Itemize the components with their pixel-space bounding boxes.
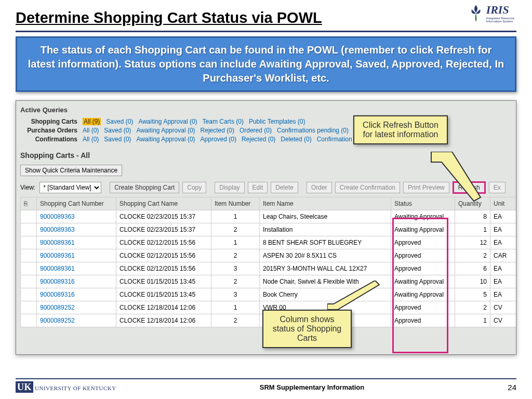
table-cell: EA (490, 288, 517, 301)
table-cell: 2 (455, 301, 490, 314)
po-all[interactable]: All (0) (83, 127, 99, 134)
cart-number-link[interactable]: 9000089316 (37, 275, 116, 288)
table-cell: Awaiting Approval (391, 223, 455, 236)
cart-number-link[interactable]: 9000089316 (37, 288, 116, 301)
create-shopping-cart-button[interactable]: Create Shopping Cart (110, 182, 179, 193)
footer-rule (16, 378, 516, 379)
table-row[interactable]: 9000089361CLOCKE 02/12/2015 15:5632015RY… (21, 262, 517, 275)
order-button[interactable]: Order (307, 182, 332, 193)
table-cell: 1 (211, 301, 260, 314)
create-confirmation-button[interactable]: Create Confirmation (335, 182, 400, 193)
table-cell: Awaiting Approval (391, 210, 455, 223)
title-rule (16, 31, 516, 32)
table-cell: EA (490, 210, 517, 223)
table-cell: 2 (211, 314, 260, 327)
cart-number-link[interactable]: 9000089361 (37, 262, 116, 275)
view-select[interactable]: * [Standard View] (39, 182, 101, 193)
table-cell: 1 (455, 314, 490, 327)
cart-number-link[interactable]: 9000089363 (37, 210, 116, 223)
table-cell: CLOCKE 02/23/2015 15:37 (116, 223, 211, 236)
table-cell: EA (490, 236, 517, 249)
column-header[interactable]: Item Number (211, 197, 260, 210)
column-header[interactable]: Unit (490, 197, 517, 210)
edit-button[interactable]: Edit (248, 182, 268, 193)
table-cell (21, 288, 37, 301)
cf-awaiting[interactable]: Awaiting Approval (0) (136, 136, 195, 143)
column-header[interactable]: Item Name (260, 197, 391, 210)
table-cell: CAR (490, 249, 517, 262)
iris-logo: IRIS Integrated ResourceInformation Syst… (469, 3, 514, 23)
po-rejected[interactable]: Rejected (0) (201, 127, 234, 134)
table-cell: 1 (455, 223, 490, 236)
tab-label: Confirmations (20, 136, 77, 143)
column-header[interactable]: Shopping Cart Number (37, 197, 116, 210)
logo-subtitle: Integrated ResourceInformation System (486, 17, 514, 23)
cart-number-link[interactable]: 9000089361 (37, 236, 116, 249)
column-header[interactable]: ⎘ (21, 197, 37, 210)
tab-awaiting[interactable]: Awaiting Approval (0) (138, 118, 197, 125)
table-cell: EA (490, 275, 517, 288)
cf-saved[interactable]: Saved (0) (104, 136, 131, 143)
table-cell: CLOCKE 01/15/2015 13:45 (116, 288, 211, 301)
copy-button[interactable]: Copy (182, 182, 206, 193)
table-row[interactable]: 9000089316CLOCKE 01/15/2015 13:453Book C… (21, 288, 517, 301)
cf-deleted[interactable]: Deleted (0) (281, 136, 311, 143)
table-cell: Approved (391, 314, 455, 327)
table-cell: EA (490, 223, 517, 236)
table-cell: CV (490, 301, 517, 314)
table-cell: 1 (211, 210, 260, 223)
quick-criteria-button[interactable]: Show Quick Criteria Maintenance (20, 165, 122, 176)
refresh-callout: Click Refresh Button for latest informat… (353, 115, 448, 144)
cf-approved[interactable]: Approved (0) (201, 136, 236, 143)
table-cell (21, 262, 37, 275)
shopping-carts-table: ⎘Shopping Cart NumberShopping Cart NameI… (20, 197, 516, 327)
po-saved[interactable]: Saved (0) (104, 127, 131, 134)
column-header[interactable]: Shopping Cart Name (116, 197, 211, 210)
logo-brand: IRIS (486, 3, 514, 17)
table-cell: 3 (211, 288, 260, 301)
po-confirm-pending[interactable]: Confirmations pending (0) (277, 127, 349, 134)
table-row[interactable]: 9000089361CLOCKE 02/12/2015 15:562ASPEN … (21, 249, 517, 262)
table-cell: CLOCKE 12/18/2014 12:06 (116, 301, 211, 314)
display-button[interactable]: Display (215, 182, 244, 193)
refresh-callout-arrow-icon (426, 152, 488, 204)
flower-icon (469, 4, 483, 22)
table-cell (21, 301, 37, 314)
table-cell (21, 223, 37, 236)
table-cell: CV (490, 314, 517, 327)
cart-number-link[interactable]: 9000089363 (37, 223, 116, 236)
table-cell: CLOCKE 01/15/2015 13:45 (116, 275, 211, 288)
table-cell: 2015RY 3-MONTH WALL CAL 12X27 (260, 262, 391, 275)
table-cell: 2 (211, 275, 260, 288)
slide-footer: UKUNIVERSITY OF KENTUCKY SRM Supplementa… (16, 382, 516, 393)
table-cell: CLOCKE 02/12/2015 15:56 (116, 262, 211, 275)
delete-button[interactable]: Delete (271, 182, 298, 193)
table-row[interactable]: 9000089316CLOCKE 01/15/2015 13:452Node C… (21, 275, 517, 288)
cf-all[interactable]: All (0) (83, 136, 99, 143)
table-row[interactable]: 9000089363CLOCKE 02/23/2015 15:372Instal… (21, 223, 517, 236)
table-row[interactable]: 9000089361CLOCKE 02/12/2015 15:5618 BENT… (21, 236, 517, 249)
cart-number-link[interactable]: 9000089252 (37, 301, 116, 314)
tab-templates[interactable]: Public Templates (0) (249, 118, 305, 125)
tab-team[interactable]: Team Carts (0) (203, 118, 244, 125)
table-cell: ASPEN 30 20# 8.5X11 CS (260, 249, 391, 262)
cart-number-link[interactable]: 9000089252 (37, 314, 116, 327)
po-ordered[interactable]: Ordered (0) (240, 127, 272, 134)
cf-more[interactable]: Confirmation (317, 136, 352, 143)
status-callout: Column shows status of Shopping Carts (262, 310, 352, 348)
svg-marker-0 (431, 152, 481, 201)
table-cell: Awaiting Approval (391, 288, 455, 301)
export-button[interactable]: Ex (489, 182, 506, 193)
table-row[interactable]: 9000089363CLOCKE 02/23/2015 15:371Leap C… (21, 210, 517, 223)
tab-all[interactable]: All (9) (83, 118, 101, 125)
cart-number-link[interactable]: 9000089361 (37, 249, 116, 262)
table-cell: CLOCKE 02/12/2015 15:56 (116, 236, 211, 249)
table-cell: Approved (391, 249, 455, 262)
tab-saved[interactable]: Saved (0) (106, 118, 133, 125)
table-cell: 6 (455, 262, 490, 275)
table-cell (21, 249, 37, 262)
po-awaiting[interactable]: Awaiting Approval (0) (136, 127, 195, 134)
footer-title: SRM Supplementary Information (116, 383, 508, 391)
cf-rejected[interactable]: Rejected (0) (242, 136, 275, 143)
page-title: Determine Shopping Cart Status via POWL (16, 9, 516, 26)
